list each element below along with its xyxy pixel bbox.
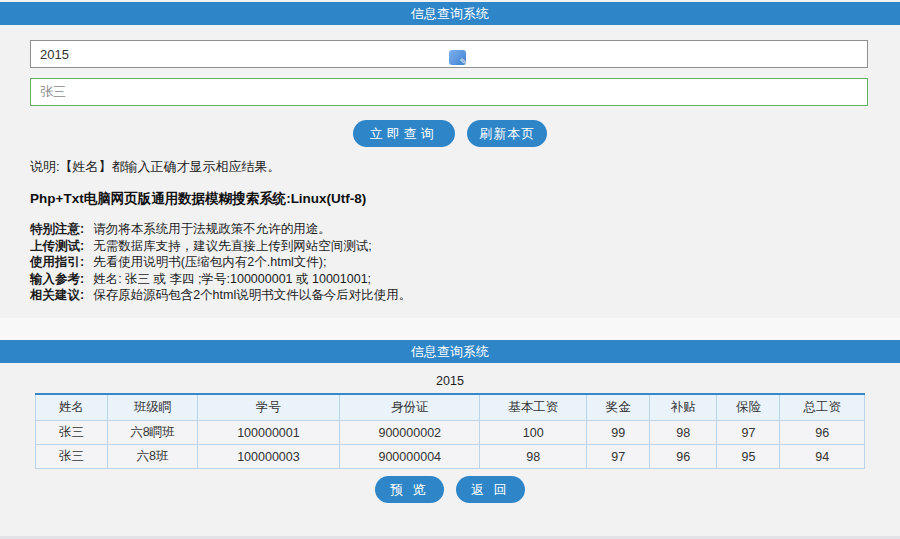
table-cell: 100000001 <box>197 421 340 445</box>
tip-row: 上传测试:无需数据库支持，建议先直接上传到网站空间测试; <box>30 238 411 255</box>
column-header: 基本工资 <box>480 394 587 421</box>
tip-label: 使用指引: <box>30 255 84 269</box>
table-cell: 六8班 <box>108 445 198 469</box>
tip-row: 相关建议:保存原始源码包含2个html说明书文件以备今后对比使用。 <box>30 287 411 304</box>
table-row: 张三 六8瞷班 100000001 900000002 100 99 98 97… <box>36 421 865 445</box>
tip-label: 输入参考: <box>30 272 84 286</box>
results-button-row: 预 览 返 回 <box>0 476 900 503</box>
column-header: 学号 <box>197 394 340 421</box>
autofill-edit-icon[interactable] <box>449 50 466 65</box>
table-cell: 95 <box>717 445 780 469</box>
tip-text: 先看使用说明书(压缩包内有2个.html文件); <box>93 255 326 269</box>
table-cell: 94 <box>780 445 865 469</box>
tip-text: 姓名: 张三 或 李四 ;学号:100000001 或 10001001; <box>93 272 371 286</box>
page-title: 信息查询系统 <box>411 6 489 21</box>
table-cell: 96 <box>780 421 865 445</box>
table-cell: 六8瞷班 <box>108 421 198 445</box>
tip-text: 保存原始源码包含2个html说明书文件以备今后对比使用。 <box>93 288 411 302</box>
column-header: 班级瞷 <box>108 394 198 421</box>
table-cell: 100000003 <box>197 445 340 469</box>
query-button[interactable]: 立即查询 <box>353 120 455 147</box>
column-header: 补贴 <box>650 394 717 421</box>
column-header: 奖金 <box>587 394 650 421</box>
table-header-row: 姓名 班级瞷 学号 身份证 基本工资 奖金 补贴 保险 总工资 <box>36 394 865 421</box>
instruction-note: 说明:【姓名】都输入正确才显示相应结果。 <box>30 158 281 176</box>
table-cell: 98 <box>480 445 587 469</box>
table-cell: 100 <box>480 421 587 445</box>
table-cell: 97 <box>717 421 780 445</box>
table-cell: 900000004 <box>340 445 480 469</box>
tips-block: 特别注意:请勿将本系统用于法规政策不允许的用途。 上传测试:无需数据库支持，建议… <box>30 221 411 304</box>
tip-text: 请勿将本系统用于法规政策不允许的用途。 <box>93 222 331 236</box>
section-divider-band <box>0 318 900 340</box>
results-title: 信息查询系统 <box>411 344 489 359</box>
system-name: Php+Txt电脑网页版通用数据模糊搜索系统:Linux(Utf-8) <box>30 190 366 208</box>
column-header: 姓名 <box>36 394 108 421</box>
results-header-bar: 信息查询系统 <box>0 340 900 363</box>
tip-row: 使用指引:先看使用说明书(压缩包内有2个.html文件); <box>30 254 411 271</box>
results-table: 姓名 班级瞷 学号 身份证 基本工资 奖金 补贴 保险 总工资 张三 六8瞷班 … <box>35 393 865 469</box>
tip-row: 输入参考:姓名: 张三 或 李四 ;学号:100000001 或 1000100… <box>30 271 411 288</box>
table-cell: 张三 <box>36 445 108 469</box>
column-header: 身份证 <box>340 394 480 421</box>
table-cell: 97 <box>587 445 650 469</box>
form-button-row: 立即查询 刷新本页 <box>0 120 900 147</box>
table-cell: 900000002 <box>340 421 480 445</box>
column-header: 保险 <box>717 394 780 421</box>
top-header-bar: 信息查询系统 <box>0 2 900 25</box>
column-header: 总工资 <box>780 394 865 421</box>
tip-label: 上传测试: <box>30 239 84 253</box>
table-cell: 98 <box>650 421 717 445</box>
name-input[interactable] <box>30 78 868 106</box>
tip-label: 特别注意: <box>30 222 84 236</box>
preview-button[interactable]: 预 览 <box>375 476 444 503</box>
tip-text: 无需数据库支持，建议先直接上传到网站空间测试; <box>93 239 371 253</box>
results-year: 2015 <box>0 374 900 388</box>
tip-row: 特别注意:请勿将本系统用于法规政策不允许的用途。 <box>30 221 411 238</box>
refresh-button[interactable]: 刷新本页 <box>467 120 547 147</box>
tip-label: 相关建议: <box>30 288 84 302</box>
back-button[interactable]: 返 回 <box>456 476 525 503</box>
table-cell: 96 <box>650 445 717 469</box>
page: 信息查询系统 立即查询 刷新本页 说明:【姓名】都输入正确才显示相应结果。 Ph… <box>0 0 900 539</box>
table-row: 张三 六8班 100000003 900000004 98 97 96 95 9… <box>36 445 865 469</box>
table-cell: 张三 <box>36 421 108 445</box>
table-cell: 99 <box>587 421 650 445</box>
